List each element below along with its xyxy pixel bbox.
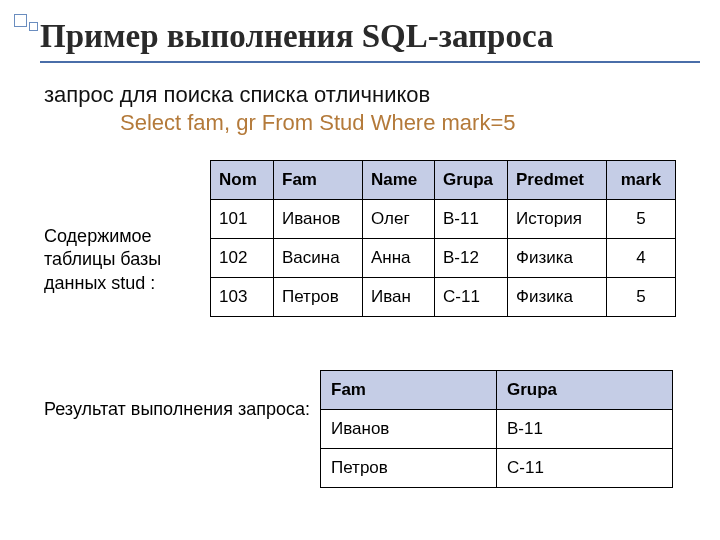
table-caption: Содержимое таблицы базы данных stud :	[44, 225, 204, 295]
col-grupa: Grupa	[497, 371, 673, 410]
cell: Олег	[363, 200, 435, 239]
table-row: Петров С-11	[321, 449, 673, 488]
cell: 101	[211, 200, 274, 239]
cell: Иванов	[274, 200, 363, 239]
table-header-row: Fam Grupa	[321, 371, 673, 410]
result-caption: Результат выполнения запроса:	[44, 398, 310, 421]
col-nom: Nom	[211, 161, 274, 200]
col-name: Name	[363, 161, 435, 200]
table-row: Иванов В-11	[321, 410, 673, 449]
cell: Физика	[508, 278, 607, 317]
col-fam: Fam	[321, 371, 497, 410]
subtitle-text: запрос для поиска списка отличников	[44, 82, 430, 108]
table-row: 102 Васина Анна В-12 Физика 4	[211, 239, 676, 278]
corner-decoration	[14, 14, 40, 32]
cell: С-11	[435, 278, 508, 317]
cell: С-11	[497, 449, 673, 488]
cell: Анна	[363, 239, 435, 278]
cell: Петров	[274, 278, 363, 317]
col-mark: mark	[607, 161, 676, 200]
table-row: 101 Иванов Олег В-11 История 5	[211, 200, 676, 239]
col-grupa: Grupa	[435, 161, 508, 200]
cell: Васина	[274, 239, 363, 278]
col-predmet: Predmet	[508, 161, 607, 200]
cell: В-11	[435, 200, 508, 239]
cell: 4	[607, 239, 676, 278]
cell: Иван	[363, 278, 435, 317]
page-title: Пример выполнения SQL-запроса	[40, 18, 700, 63]
cell: 103	[211, 278, 274, 317]
cell: В-11	[497, 410, 673, 449]
result-table: Fam Grupa Иванов В-11 Петров С-11	[320, 370, 673, 488]
cell: В-12	[435, 239, 508, 278]
table-row: 103 Петров Иван С-11 Физика 5	[211, 278, 676, 317]
cell: Физика	[508, 239, 607, 278]
stud-table: Nom Fam Name Grupa Predmet mark 101 Иван…	[210, 160, 676, 317]
cell: 102	[211, 239, 274, 278]
cell: Иванов	[321, 410, 497, 449]
cell: Петров	[321, 449, 497, 488]
cell: История	[508, 200, 607, 239]
col-fam: Fam	[274, 161, 363, 200]
sql-query-text: Select fam, gr From Stud Where mark=5	[120, 110, 516, 136]
cell: 5	[607, 200, 676, 239]
table-header-row: Nom Fam Name Grupa Predmet mark	[211, 161, 676, 200]
cell: 5	[607, 278, 676, 317]
